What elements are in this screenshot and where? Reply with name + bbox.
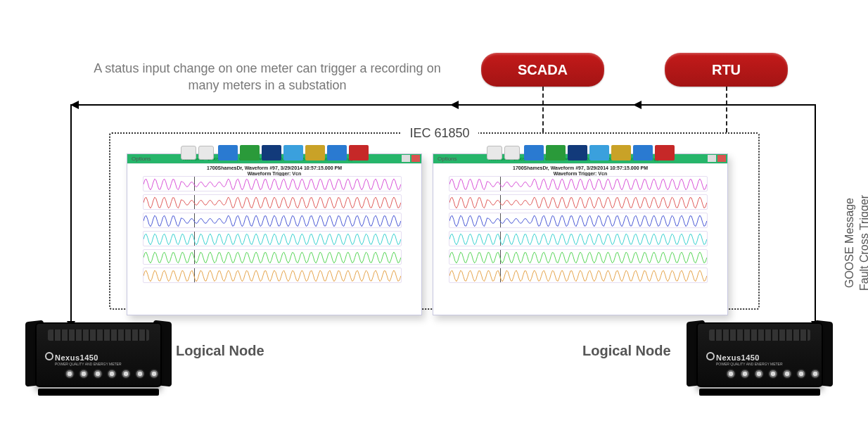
trace-Ia: 0 Ia [143, 231, 402, 246]
trace-Ia: 0 Ia [449, 231, 708, 246]
bnc-connector [754, 369, 764, 379]
trace-Van: 0 Van [449, 176, 708, 191]
tool-icon[interactable] [589, 145, 609, 161]
bnc-connector [79, 369, 89, 379]
meter-brand: Nexus1450POWER QUALITY AND ENERGY METER [55, 353, 122, 366]
meter-base [699, 389, 820, 396]
tool-icon[interactable] [240, 145, 260, 161]
panel-header: 1700ShamesDr, Waveform #97, 3/29/2014 10… [127, 164, 421, 288]
meter-chassis: Nexus1450POWER QUALITY AND ENERGY METER [35, 322, 162, 387]
trace-Ic: 0 Ic [143, 268, 402, 283]
bus-down-left [70, 104, 72, 326]
connector-row [65, 369, 159, 379]
rtu-node: RTU [665, 53, 788, 87]
tool-icon[interactable] [524, 145, 544, 161]
terminal-strip [48, 329, 149, 341]
trace-Ic: 0 Ic [449, 268, 708, 283]
arrow-left-icon [633, 101, 642, 109]
bnc-connector [796, 369, 806, 379]
tool-icon[interactable] [633, 145, 653, 161]
meter-device: Nexus1450POWER QUALITY AND ENERGY METER [28, 308, 169, 400]
arrow-left-icon [450, 101, 459, 109]
goose-label: GOOSE Message Fault Cross Trigger [843, 155, 868, 331]
bnc-connector [93, 369, 103, 379]
tool-icon[interactable] [262, 145, 281, 161]
bnc-connector [135, 369, 145, 379]
meter-chassis: Nexus1450POWER QUALITY AND ENERGY METER [696, 322, 823, 387]
bnc-connector [65, 369, 75, 379]
tool-icon[interactable] [218, 145, 238, 161]
trace-Vbn: 0 Vbn [143, 194, 402, 210]
goose-line2: Fault Cross Trigger [858, 195, 868, 291]
trace-Ib: 0 Ib [143, 249, 402, 265]
bnc-connector [768, 369, 778, 379]
bnc-connector [782, 369, 792, 379]
iec-label: IEC 61850 [401, 125, 478, 141]
bnc-connector [810, 369, 820, 379]
tool-icon[interactable] [305, 145, 325, 161]
tool-button[interactable] [181, 146, 196, 160]
waveform-panel: Waveforms - 1700ShamesDr, Waveform #97, … [127, 153, 422, 315]
caption-text: A status input change on one meter can t… [91, 60, 443, 94]
trace-area: 0 Van 0 Vbn 0 Vcn 0 Ia 0 Ib 0 Ic [127, 176, 421, 283]
meter-base [38, 389, 159, 396]
trace-Vbn: 0 Vbn [449, 194, 708, 210]
waveform-panel: Waveforms - 1700ShamesDr, Waveform #97, … [433, 153, 728, 315]
trace-Vcn: 0 Vcn [143, 213, 402, 228]
connector-row [726, 369, 820, 379]
meter-device: Nexus1450POWER QUALITY AND ENERGY METER [689, 308, 830, 400]
panel-toolbar [433, 144, 727, 161]
rtu-connector [726, 87, 727, 132]
tool-icon[interactable] [546, 145, 566, 161]
bnc-connector [107, 369, 117, 379]
bnc-connector [149, 369, 159, 379]
tool-button[interactable] [504, 146, 520, 160]
brand-logo-icon [706, 352, 715, 360]
bnc-connector [726, 369, 736, 379]
tool-button[interactable] [198, 146, 214, 160]
logical-node-label: Logical Node [582, 343, 671, 359]
goose-line1: GOOSE Message [843, 198, 855, 288]
tool-icon[interactable] [611, 145, 631, 161]
tool-icon[interactable] [568, 145, 587, 161]
scada-connector [542, 87, 544, 132]
bus-down-right [815, 104, 816, 326]
meter-subtitle: POWER QUALITY AND ENERGY METER [55, 362, 122, 366]
scada-node: SCADA [481, 53, 604, 87]
panel-toolbar [127, 144, 421, 161]
tool-icon[interactable] [349, 145, 369, 161]
tool-icon[interactable] [283, 145, 303, 161]
bus-line [70, 104, 816, 106]
meter-subtitle: POWER QUALITY AND ENERGY METER [716, 362, 783, 366]
window-titlebar: Waveforms - 1700ShamesDr, Waveform #97, … [433, 154, 727, 164]
trace-Vcn: 0 Vcn [449, 213, 708, 228]
trace-Van: 0 Van [143, 176, 402, 191]
tool-button[interactable] [487, 146, 502, 160]
panel-header: 1700ShamesDr, Waveform #97, 3/29/2014 10… [433, 164, 727, 288]
bnc-connector [121, 369, 131, 379]
tool-icon[interactable] [327, 145, 347, 161]
tool-icon[interactable] [655, 145, 675, 161]
trace-Ib: 0 Ib [449, 249, 708, 265]
brand-logo-icon [45, 352, 53, 360]
meter-brand: Nexus1450POWER QUALITY AND ENERGY METER [716, 353, 783, 366]
window-titlebar: Waveforms - 1700ShamesDr, Waveform #97, … [127, 154, 421, 164]
diagram-canvas: A status input change on one meter can t… [0, 0, 868, 440]
logical-node-label: Logical Node [176, 343, 264, 359]
terminal-strip [709, 329, 810, 341]
trace-area: 0 Van 0 Vbn 0 Vcn 0 Ia 0 Ib 0 Ic [433, 176, 727, 283]
bnc-connector [740, 369, 750, 379]
